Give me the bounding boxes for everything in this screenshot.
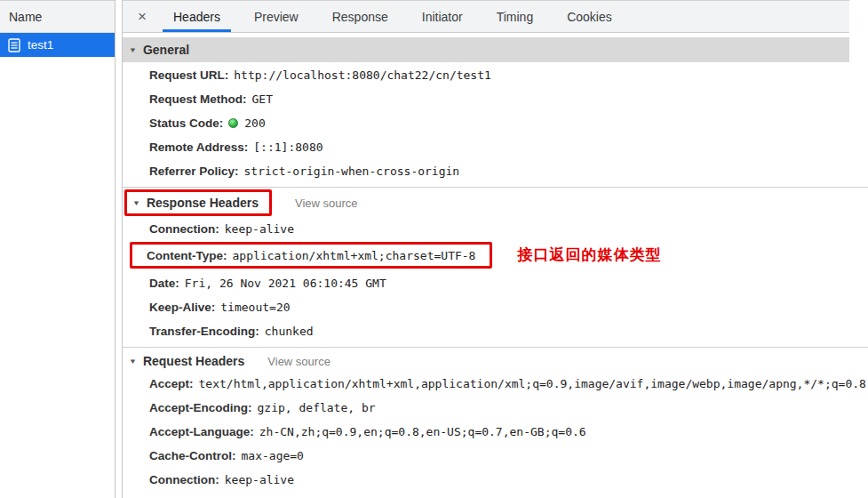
section-general: ▼ General Request URL:http://localhost:8… <box>123 37 868 187</box>
tab-preview[interactable]: Preview <box>243 1 309 32</box>
response-view-source-link[interactable]: View source <box>295 197 358 210</box>
response-row-content-type: Content-Type:application/xhtml+xml;chars… <box>123 240 868 270</box>
section-general-rows: Request URL:http://localhost:8080/chat22… <box>123 62 868 187</box>
section-response-headers: ▼ Response Headers View source Connectio… <box>123 187 868 347</box>
section-general-title: General <box>143 43 189 57</box>
general-row-remote-address: Remote Address:[::1]:8080 <box>123 134 868 158</box>
general-row-request-method: Request Method:GET <box>123 86 868 110</box>
section-request-headers-title: Request Headers <box>143 354 244 368</box>
content-type-annotation: 接口返回的媒体类型 <box>517 243 661 268</box>
chevron-down-icon: ▼ <box>132 199 140 207</box>
section-request-headers-rows: Accept:text/html,application/xhtml+xml,a… <box>123 371 868 495</box>
tab-headers[interactable]: Headers <box>163 1 231 32</box>
request-row-cache-control: Cache-Control:max-age=0 <box>123 443 868 467</box>
section-response-headers-rows: Connection:keep-alive Content-Type:appli… <box>123 216 868 347</box>
section-response-headers-header[interactable]: ▼ Response Headers View source <box>124 189 868 216</box>
request-list-sidebar: Name test1 <box>0 0 115 498</box>
chevron-down-icon: ▼ <box>129 46 137 54</box>
status-ok-dot-icon <box>228 118 238 128</box>
details-tabbar: × Headers Preview Response Initiator Tim… <box>123 0 849 33</box>
tab-timing[interactable]: Timing <box>486 1 545 32</box>
response-row-connection: Connection:keep-alive <box>123 216 868 240</box>
section-request-headers: ▼ Request Headers View source Accept:tex… <box>123 347 868 495</box>
request-details-panel: × Headers Preview Response Initiator Tim… <box>122 0 868 498</box>
chevron-down-icon: ▼ <box>129 357 137 365</box>
tab-response[interactable]: Response <box>322 1 399 32</box>
request-view-source-link[interactable]: View source <box>267 355 330 368</box>
request-list-name-header[interactable]: Name <box>0 0 115 33</box>
request-row-label: test1 <box>28 38 53 52</box>
request-row-accept-encoding: Accept-Encoding:gzip, deflate, br <box>123 395 868 419</box>
response-headers-red-box: ▼ Response Headers <box>124 189 272 216</box>
request-row-connection: Connection:keep-alive <box>123 467 868 491</box>
content-type-red-box: Content-Type:application/xhtml+xml;chars… <box>130 242 492 269</box>
general-row-status-code: Status Code:200 <box>123 110 868 134</box>
devtools-network-panel: Name test1 × Headers Preview Response In… <box>0 0 868 498</box>
close-icon[interactable]: × <box>128 1 156 32</box>
section-general-header[interactable]: ▼ General <box>123 37 849 62</box>
section-response-headers-title: Response Headers <box>147 196 259 210</box>
request-row-test1[interactable]: test1 <box>0 33 115 57</box>
response-row-keep-alive: Keep-Alive:timeout=20 <box>123 294 868 318</box>
request-row-accept: Accept:text/html,application/xhtml+xml,a… <box>123 371 868 395</box>
section-request-headers-header[interactable]: ▼ Request Headers View source <box>123 348 868 371</box>
request-row-accept-language: Accept-Language:zh-CN,zh;q=0.9,en;q=0.8,… <box>123 419 868 443</box>
tab-cookies[interactable]: Cookies <box>556 1 623 32</box>
response-row-date: Date:Fri, 26 Nov 2021 06:10:45 GMT <box>123 270 868 294</box>
tab-initiator[interactable]: Initiator <box>411 1 474 32</box>
general-row-referrer-policy: Referrer Policy:strict-origin-when-cross… <box>123 158 868 182</box>
general-row-request-url: Request URL:http://localhost:8080/chat22… <box>123 62 868 86</box>
response-row-transfer-encoding: Transfer-Encoding:chunked <box>123 318 868 342</box>
document-icon <box>8 38 20 52</box>
